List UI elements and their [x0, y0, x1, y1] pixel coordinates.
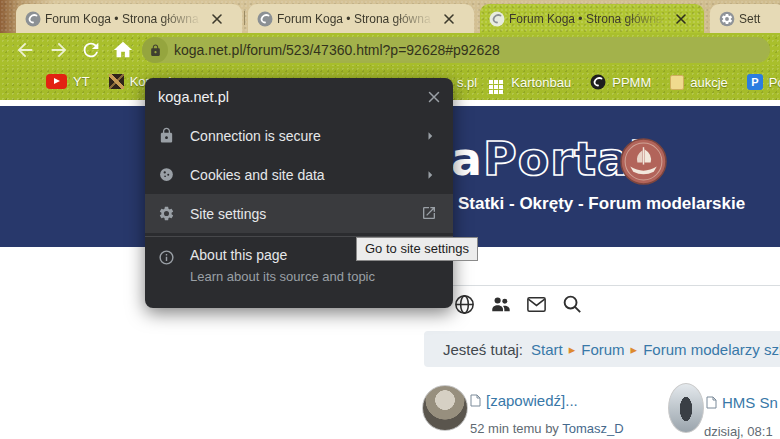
tab-forum-koga-active[interactable]: Forum Koga • Strona główna - Ko: [480, 4, 704, 33]
tab-settings[interactable]: Sett: [710, 4, 780, 33]
reload-icon[interactable]: [80, 39, 102, 61]
page-icon: [706, 396, 717, 409]
konradus-icon: [109, 74, 124, 89]
tab-close-icon[interactable]: [209, 11, 225, 27]
koga-favicon-icon: [257, 11, 273, 27]
tab-close-icon[interactable]: [441, 11, 457, 27]
tab-title: Forum Koga • Strona główna - Ko: [509, 12, 669, 26]
url-text: koga.net.pl/forum/523/47360.html?p=92628…: [174, 42, 500, 58]
bookmark-ppmm[interactable]: PPMM: [590, 74, 651, 90]
logo-solid-text: a: [451, 132, 483, 186]
tab-forum-koga-2[interactable]: Forum Koga • Strona główna - Ko: [248, 4, 474, 33]
tab-close-icon[interactable]: [673, 11, 689, 27]
cookie-icon: [158, 166, 175, 183]
youtube-icon: [46, 74, 67, 89]
site-info-popup: koga.net.pl Connection is secure Cookies…: [145, 78, 453, 308]
mail-icon[interactable]: [525, 293, 548, 316]
site-settings-row[interactable]: Site settings: [145, 194, 453, 233]
about-sublabel: Learn about its source and topic: [190, 269, 421, 284]
popup-site-name: koga.net.pl: [158, 89, 425, 105]
chevron-right-icon: ▸: [569, 342, 576, 357]
breadcrumb-link-forum[interactable]: Forum: [581, 341, 624, 358]
tab-forum-koga-1[interactable]: Forum Koga • Strona główna - Ko: [16, 4, 242, 33]
post-avatar[interactable]: [668, 383, 704, 433]
members-icon[interactable]: [489, 293, 512, 316]
tab-strip: Forum Koga • Strona główna - Ko Forum Ko…: [0, 0, 780, 33]
bookmark-pos[interactable]: P Pos: [747, 74, 780, 90]
p-letter-icon: P: [747, 74, 763, 90]
tab-title: Sett: [739, 12, 772, 26]
external-link-icon: [421, 205, 439, 223]
breadcrumb: Jesteś tutaj: Start ▸ Forum ▸ Forum mode…: [424, 331, 780, 367]
globe-icon[interactable]: [453, 293, 476, 316]
breadcrumb-label: Jesteś tutaj:: [443, 341, 523, 358]
koga-favicon-icon: [25, 11, 41, 27]
address-bar[interactable]: koga.net.pl/forum/523/47360.html?p=92628…: [142, 37, 770, 63]
ppmm-swirl-icon: [590, 74, 606, 90]
browser-window: Forum Koga • Strona główna - Ko Forum Ko…: [0, 0, 780, 439]
post-title-link[interactable]: [zapowiedź]...: [470, 392, 578, 409]
breadcrumb-link-start[interactable]: Start: [531, 341, 563, 358]
tooltip-go-to-site-settings: Go to site settings: [356, 237, 478, 261]
tab-title: Forum Koga • Strona główna - Ko: [45, 12, 205, 26]
tab-title: Forum Koga • Strona główna - Ko: [277, 12, 437, 26]
bookmark-kartonbau[interactable]: Kartonbau: [488, 75, 571, 90]
site-logo[interactable]: aPortal: [451, 132, 646, 186]
koga-favicon-icon: [489, 11, 505, 27]
tab-divider: [244, 11, 245, 25]
bookmark-yt[interactable]: YT: [46, 74, 90, 89]
chevron-right-icon: [421, 166, 439, 184]
settings-gear-favicon-icon: [719, 11, 735, 27]
post-avatar[interactable]: [422, 385, 468, 431]
connection-secure-row[interactable]: Connection is secure: [145, 116, 453, 155]
back-icon[interactable]: [14, 39, 36, 61]
close-icon[interactable]: [425, 88, 443, 106]
chevron-right-icon: ▸: [631, 342, 638, 357]
post-title-link[interactable]: HMS Sn: [706, 394, 778, 411]
chevron-right-icon: [421, 127, 439, 145]
bookmarks-right-group: s.pl Kartonbau PPMM aukcje P Pos: [457, 74, 780, 90]
popup-header: koga.net.pl: [145, 78, 453, 116]
post-meta: 52 min temu by Tomasz_D: [470, 421, 624, 436]
lock-icon: [158, 127, 175, 144]
breadcrumb-link-subforum[interactable]: Forum modelarzy szkutniczy: [643, 341, 780, 358]
folder-note-icon: [670, 75, 684, 90]
bookmark-aukcje[interactable]: aukcje: [670, 75, 728, 90]
search-icon[interactable]: [561, 293, 584, 316]
forward-icon[interactable]: [48, 39, 70, 61]
cookies-row[interactable]: Cookies and site data: [145, 155, 453, 194]
post-meta: dzisiaj, 08:1: [704, 424, 773, 439]
info-icon: [158, 249, 175, 266]
divider: [424, 285, 780, 286]
grid-icon: [489, 80, 493, 84]
forum-icon-menu: [453, 293, 584, 316]
site-info-lock-icon[interactable]: [142, 37, 168, 63]
gear-icon: [158, 205, 175, 222]
page-icon: [470, 394, 481, 407]
post-author[interactable]: Tomasz_D: [562, 421, 623, 436]
home-icon[interactable]: [112, 39, 134, 61]
site-tagline: Statki - Okręty - Forum modelarskie: [458, 194, 745, 214]
bookmark-spl[interactable]: s.pl: [457, 75, 477, 90]
ship-logo-icon: [620, 138, 667, 189]
